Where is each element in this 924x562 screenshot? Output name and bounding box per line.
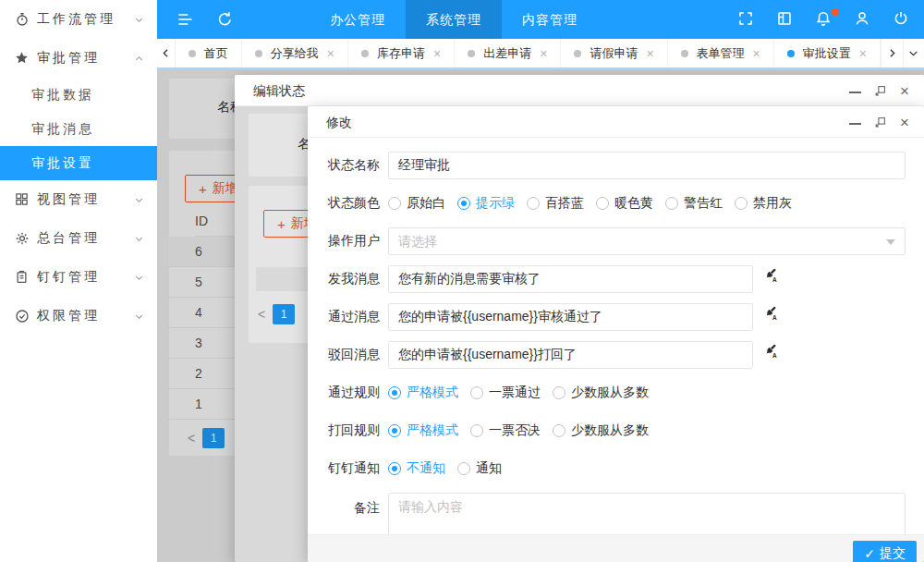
radio-reject-majority[interactable]: 少数服从多数 [553,422,649,439]
power-icon[interactable] [893,10,911,29]
close-icon[interactable]: × [898,116,911,128]
form-row-remark: 备注 [328,493,906,534]
tab-close-icon[interactable]: × [753,47,760,60]
field-label: 通过消息 [328,309,380,325]
check-icon: ✓ [864,546,875,561]
modify-form: 状态名称 状态颜色 原始白 提示绿 百搭蓝 暖色黄 警告红 禁用灰 操作用户 [308,139,924,534]
tab-dot [468,50,475,57]
navbar-menus: 办公管理 系统管理 内容管理 [310,0,598,39]
reject-message-input[interactable] [388,341,753,369]
tab-form-management[interactable]: 表单管理 × [668,39,774,67]
tab-dot [361,50,369,57]
star-icon [15,51,30,66]
send-me-message-input[interactable] [388,265,753,293]
modal-title: 编辑状态 [253,75,305,106]
nav-menu-office[interactable]: 办公管理 [310,0,406,39]
tabs-scroll-left-button[interactable] [157,39,176,67]
form-row-reject-rule: 打回规则 严格模式 一票否决 少数服从多数 [328,417,906,445]
radio-icon [388,197,401,210]
radio-icon [735,197,748,210]
status-name-input[interactable] [388,152,906,179]
chevron-down-icon [134,234,144,244]
minimize-icon[interactable] [848,116,861,128]
notifications-bell-icon[interactable] [815,10,833,29]
radio-no-notify[interactable]: 不通知 [388,460,445,477]
tab-close-icon[interactable]: × [646,47,653,60]
tab-leave-request[interactable]: 请假申请 × [561,39,667,67]
radio-color-yellow[interactable]: 暖色黄 [596,195,653,212]
radio-pass-strict[interactable]: 严格模式 [388,385,458,401]
sidebar-item-workflow[interactable]: 工作流管理 [0,0,157,39]
field-label: 通过规则 [328,385,380,401]
sidebar-item-view[interactable]: 视图管理 [0,180,157,219]
chevron-down-icon [134,195,144,205]
grid-icon [15,192,30,207]
sidebar-item-console[interactable]: 总台管理 [0,219,157,258]
sidebar-item-approval-message[interactable]: 审批消息 [0,112,157,146]
svg-text:A: A [772,352,777,359]
tab-label: 请假申请 [590,45,638,62]
maximize-icon[interactable] [873,84,886,97]
sidebar-item-permission[interactable]: 权限管理 [0,297,157,336]
refresh-icon[interactable] [216,10,235,29]
sidebar-item-label: 视图管理 [37,191,134,208]
radio-reject-strict[interactable]: 严格模式 [388,422,458,439]
form-row-dingtalk-notify: 钉钉通知 不通知 通知 [328,455,906,483]
sidebar-subitem-label: 审批数据 [31,87,94,104]
tab-home[interactable]: 首页 [176,39,242,67]
close-icon[interactable]: × [898,84,911,97]
sidebar-item-approval-settings[interactable]: 审批设置 [0,146,157,180]
sidebar-item-approval[interactable]: 审批管理 [0,39,157,78]
nav-menu-system[interactable]: 系统管理 [406,0,502,39]
chevron-up-icon [134,54,144,64]
edit-status-modal-header: 编辑状态 × [235,75,924,106]
tab-close-icon[interactable]: × [433,47,441,60]
radio-icon [553,424,565,437]
tab-shared-with-me[interactable]: 分享给我 × [242,39,348,67]
collapse-menu-icon[interactable] [176,10,194,29]
sidebar-item-label: 权限管理 [37,308,134,324]
tab-label: 审批设置 [803,45,851,62]
radio-color-red[interactable]: 警告红 [665,195,723,212]
layout-panel-icon[interactable] [776,10,795,29]
format-brush-icon[interactable]: A [762,342,779,359]
radio-pass-one-vote[interactable]: 一票通过 [470,385,541,401]
gear-icon [15,231,30,246]
tabs-menu-button[interactable] [903,39,924,67]
navbar-left-icons [176,0,235,39]
radio-color-green[interactable]: 提示绿 [457,195,515,212]
tab-approval-settings[interactable]: 审批设置 × [774,39,881,67]
submit-button[interactable]: ✓ 提交 [853,541,917,562]
radio-color-gray[interactable]: 禁用灰 [735,195,792,212]
maximize-icon[interactable] [873,116,886,128]
radio-color-white[interactable]: 原始白 [388,195,445,212]
nav-menu-content[interactable]: 内容管理 [502,0,598,39]
tab-close-icon[interactable]: × [859,47,867,60]
radio-pass-majority[interactable]: 少数服从多数 [553,385,649,401]
tabs-scroll-right-button[interactable] [881,39,903,67]
operator-select[interactable]: 请选择 [388,227,906,255]
svg-text:A: A [772,314,777,321]
remark-textarea[interactable] [388,493,906,534]
form-row-pass-message: 通过消息 A [328,303,906,331]
tab-business-trip-request[interactable]: 出差申请 × [455,39,561,67]
sidebar-item-approval-data[interactable]: 审批数据 [0,78,157,112]
radio-color-blue[interactable]: 百搭蓝 [527,195,584,212]
fullscreen-icon[interactable] [737,10,756,29]
tab-inventory-request[interactable]: 库存申请 × [348,39,455,67]
chevron-down-icon [134,312,144,322]
top-navbar: 办公管理 系统管理 内容管理 [157,0,924,39]
sidebar: 工作流管理 审批管理 审批数据 审批消息 审批设置 视图管理 [0,0,157,562]
tab-close-icon[interactable]: × [327,47,334,60]
pass-message-input[interactable] [388,303,753,331]
minimize-icon[interactable] [848,84,861,97]
sidebar-item-dingtalk[interactable]: 钉钉管理 [0,258,157,297]
tab-dot [255,50,262,57]
format-brush-icon[interactable]: A [762,304,779,321]
tab-close-icon[interactable]: × [540,47,547,60]
window-controls: × [848,75,911,106]
radio-reject-one-veto[interactable]: 一票否决 [470,422,541,439]
radio-notify[interactable]: 通知 [457,460,502,477]
user-icon[interactable] [854,10,872,29]
format-brush-icon[interactable]: A [762,266,779,283]
